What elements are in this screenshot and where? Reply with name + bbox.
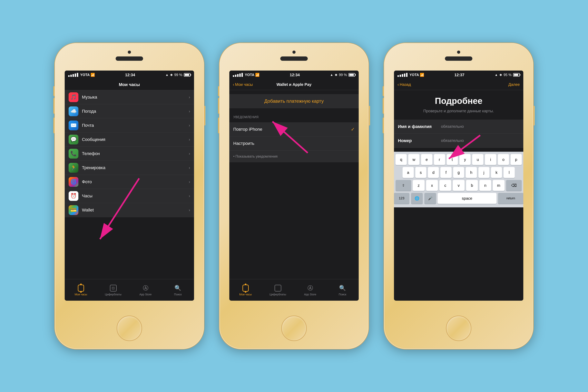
key-a[interactable]: a — [402, 167, 414, 178]
home-button-3[interactable] — [446, 316, 472, 341]
key-d[interactable]: d — [428, 167, 439, 178]
list-item-music[interactable]: 🎵 Музыка › — [65, 90, 194, 104]
chevron-music: › — [189, 95, 190, 99]
mute-btn-3[interactable] — [382, 86, 384, 96]
nav-bar-3: ‹ Назад Далее — [394, 79, 523, 90]
vol-up-btn-3[interactable] — [382, 98, 384, 114]
list-item-mail[interactable]: ✉️ Почта › — [65, 118, 194, 132]
home-button-2[interactable] — [281, 316, 307, 341]
add-card-button[interactable]: Добавить платежную карту — [229, 94, 359, 108]
key-s[interactable]: s — [415, 167, 426, 178]
name-field[interactable]: Имя и фамилия обязательно — [394, 120, 523, 134]
key-numbers[interactable]: 123 — [394, 193, 410, 204]
notification-item-2[interactable]: Настроить — [229, 136, 359, 150]
power-btn-2[interactable] — [368, 106, 370, 126]
battery-icon-1 — [184, 73, 190, 77]
tab-appstore-2[interactable]: Ⓐ App Store — [294, 284, 326, 296]
list-item-wallet[interactable]: 💳 Wallet › — [65, 203, 194, 217]
key-p[interactable]: p — [510, 154, 522, 165]
list-item-photos[interactable]: 🌀 Фото › — [65, 175, 194, 189]
status-right-3: ▲ ✱ 95 % — [495, 73, 520, 77]
key-z[interactable]: z — [413, 180, 424, 191]
key-u[interactable]: u — [472, 154, 483, 165]
speaker-3 — [445, 56, 472, 61]
mute-btn-1[interactable] — [53, 86, 55, 96]
tab-bar-2: Мои часы Циферблаты Ⓐ App Store 🔍 Поиск — [229, 279, 359, 301]
key-c[interactable]: c — [440, 180, 451, 191]
key-h[interactable]: h — [466, 167, 477, 178]
location-icon-3: ▲ — [495, 73, 498, 77]
key-y[interactable]: y — [460, 154, 470, 165]
key-n[interactable]: n — [480, 180, 491, 191]
tab-appstore-1[interactable]: Ⓐ App Store — [129, 284, 162, 296]
power-btn-1[interactable] — [204, 106, 206, 126]
key-j[interactable]: j — [478, 167, 490, 178]
vol-down-btn-3[interactable] — [382, 118, 384, 133]
list-item-phone[interactable]: 📞 Телефон › — [65, 146, 194, 161]
key-w[interactable]: w — [408, 154, 420, 165]
content-3: Подробнее Проверьте и дополните данные к… — [394, 90, 523, 301]
key-m[interactable]: m — [493, 180, 504, 191]
key-return[interactable]: return — [498, 193, 523, 204]
tab-my-watch-1[interactable]: Мои часы — [65, 284, 97, 296]
tab-faces-icon-2 — [274, 284, 282, 292]
tab-label-search-1: Поиск — [174, 293, 182, 296]
clock-label: Часы — [82, 194, 189, 198]
vol-down-btn-1[interactable] — [53, 118, 55, 133]
messages-label: Сообщения — [82, 137, 189, 142]
vol-up-btn-2[interactable] — [218, 98, 220, 114]
time-2: 12:34 — [290, 73, 300, 77]
vol-up-btn-1[interactable] — [53, 98, 55, 114]
tab-label-appstore-1: App Store — [139, 293, 152, 296]
content-1: 🎵 Музыка › ☁️ Погода › ✉️ Почта › 💬 Сооб… — [65, 90, 194, 279]
key-l[interactable]: l — [504, 167, 514, 178]
nav-back-3[interactable]: ‹ Назад — [398, 82, 411, 87]
battery-fill-2 — [349, 74, 354, 76]
location-icon-2: ▲ — [330, 73, 333, 77]
tab-search-1[interactable]: 🔍 Поиск — [162, 284, 194, 296]
key-t[interactable]: t — [447, 154, 458, 165]
key-g[interactable]: g — [453, 167, 464, 178]
nav-right-3[interactable]: Далее — [508, 82, 520, 87]
key-row-2: a s d f g h j k l — [396, 167, 522, 178]
tab-faces-1[interactable]: ⊡ Циферблаты — [97, 284, 129, 296]
key-o[interactable]: o — [498, 154, 509, 165]
key-r[interactable]: r — [434, 154, 445, 165]
list-item-workout[interactable]: 🏃 Тренировка › — [65, 161, 194, 175]
chevron-phone: › — [189, 151, 190, 156]
tab-faces-2[interactable]: Циферблаты — [262, 284, 294, 296]
vol-down-btn-2[interactable] — [218, 118, 220, 133]
key-f[interactable]: f — [440, 167, 452, 178]
key-k[interactable]: k — [491, 167, 502, 178]
key-e[interactable]: e — [421, 154, 432, 165]
key-mic[interactable]: 🎤 — [424, 193, 436, 204]
key-i[interactable]: i — [485, 154, 496, 165]
keyboard: q w e r t y u i o p a s d f g — [394, 152, 523, 207]
list-item-weather[interactable]: ☁️ Погода › — [65, 104, 194, 118]
home-button-1[interactable] — [116, 316, 142, 341]
key-x[interactable]: x — [426, 180, 438, 191]
list-item-messages[interactable]: 💬 Сообщения › — [65, 132, 194, 146]
key-space[interactable]: space — [438, 193, 496, 204]
iphone-1: YOTA 📶 12:34 ▲ ✱ 99 % Мои часы 🎵 Музыка … — [55, 43, 204, 349]
number-field[interactable]: Номер обязательно — [394, 134, 523, 148]
tab-search-2[interactable]: 🔍 Поиск — [326, 284, 359, 296]
key-q[interactable]: q — [396, 154, 407, 165]
key-delete[interactable]: ⌫ — [506, 180, 522, 191]
tab-my-watch-2[interactable]: Мои часы — [229, 284, 262, 296]
key-b[interactable]: b — [466, 180, 478, 191]
key-shift[interactable]: ⇧ — [396, 180, 411, 191]
nav-back-2[interactable]: ‹ Мои часы — [233, 82, 253, 87]
add-card-label: Добавить платежную карту — [264, 98, 324, 104]
key-globe[interactable]: 🌐 — [411, 193, 423, 204]
chevron-mail: › — [189, 123, 190, 128]
power-btn-3[interactable] — [533, 106, 535, 126]
detail-subtitle: Проверьте и дополните данные карты. — [398, 108, 520, 114]
back-chevron-3: ‹ — [398, 82, 399, 87]
key-v[interactable]: v — [453, 180, 464, 191]
list-item-clock[interactable]: ⏰ Часы › — [65, 189, 194, 203]
music-label: Музыка — [82, 95, 189, 100]
speaker-1 — [116, 56, 143, 61]
mute-btn-2[interactable] — [218, 86, 220, 96]
notification-item-1[interactable]: Повтор iPhone ✓ — [229, 122, 359, 136]
